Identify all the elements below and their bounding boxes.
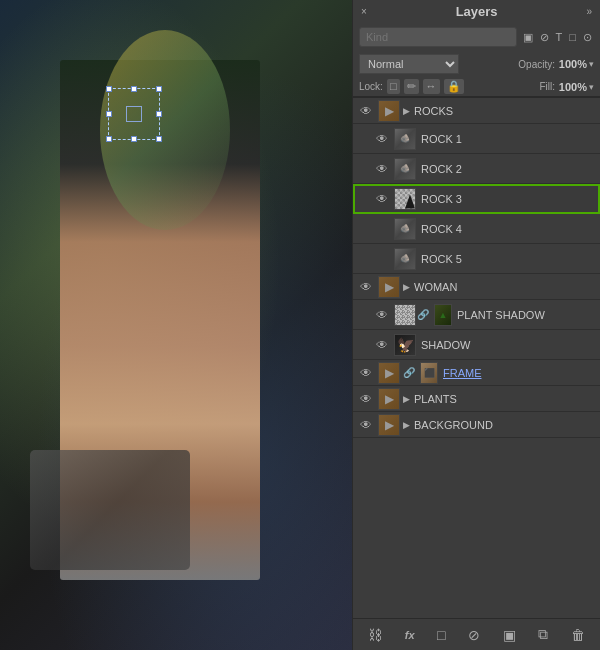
layer-name-rock2: ROCK 2 [419,163,596,175]
layer-row-frame[interactable]: 👁 ▶ 🔗 ⬛ FRAME [353,360,600,386]
visibility-woman[interactable]: 👁 [357,280,375,294]
lock-all-icon[interactable]: 🔒 [444,79,464,94]
thumb-rock1: 🪨 [394,128,416,150]
crosshair [126,106,142,122]
delete-layer-button[interactable]: 🗑 [567,625,589,645]
panel-header: × Layers » ▣ ⊘ T □ ⊙ Normal Opacity: 100… [353,0,600,98]
thumb-woman: ▶ [378,276,400,298]
panel-expand-button[interactable]: » [586,6,592,17]
layer-styles-button[interactable]: fx [401,627,419,643]
blend-mode-select[interactable]: Normal [359,54,459,74]
lock-row: Lock: □ ✏ ↔ 🔒 Fill: 100% ▾ [353,77,600,97]
lock-transparent-icon[interactable]: □ [387,79,400,94]
layer-name-rock1: ROCK 1 [419,133,596,145]
link-icon-plant-shadow: 🔗 [417,309,429,320]
thumb-frame-layer: ⬛ [420,362,438,384]
folder-arrow-background[interactable]: ▶ [403,420,410,430]
search-row: ▣ ⊘ T □ ⊙ [353,23,600,51]
thumb-frame: ▶ [378,362,400,384]
visibility-rock2[interactable]: 👁 [373,162,391,176]
layer-row-rock1[interactable]: 👁 🪨 ROCK 1 [353,124,600,154]
visibility-rock3[interactable]: 👁 [373,192,391,206]
thumb-plant-shadow [394,304,416,326]
handle-br [156,136,162,142]
layer-name-plants: PLANTS [412,393,596,405]
filter-icon-image[interactable]: ▣ [521,30,535,45]
visibility-frame[interactable]: 👁 [357,366,375,380]
add-mask-button[interactable]: □ [433,625,449,645]
layer-name-plant-shadow: PLANT SHADOW [455,309,596,321]
link-icon-frame: 🔗 [403,367,415,378]
visibility-rocks[interactable]: 👁 [357,104,375,118]
lock-position-icon[interactable]: ↔ [423,79,440,94]
folder-arrow-plants[interactable]: ▶ [403,394,410,404]
visibility-background[interactable]: 👁 [357,418,375,432]
layer-name-rock3: ROCK 3 [419,193,596,205]
fill-arrow[interactable]: ▾ [589,82,594,92]
layer-row-shadow[interactable]: 👁 🦅 SHADOW [353,330,600,360]
panel-title: Layers [367,4,587,19]
opacity-value[interactable]: 100% [557,58,587,70]
opacity-arrow[interactable]: ▾ [589,59,594,69]
layer-row-rock4[interactable]: 👁 🪨 ROCK 4 [353,214,600,244]
layers-list[interactable]: 👁 ▶ ▶ ROCKS 👁 🪨 ROCK 1 👁 🪨 ROCK 2 [353,98,600,618]
fill-group: Fill: 100% ▾ [539,81,594,93]
layers-panel: × Layers » ▣ ⊘ T □ ⊙ Normal Opacity: 100… [352,0,600,650]
lock-icons: □ ✏ ↔ 🔒 [387,79,464,94]
new-layer-button[interactable]: ⧉ [534,624,552,645]
layer-row-rocks[interactable]: 👁 ▶ ▶ ROCKS [353,98,600,124]
selection-box [108,88,160,140]
fill-value[interactable]: 100% [557,81,587,93]
handle-tm [131,86,137,92]
blend-row: Normal Opacity: 100% ▾ [353,51,600,77]
thumb-plants: ▶ [378,388,400,410]
folder-arrow-rocks[interactable]: ▶ [403,106,410,116]
filter-icon-text[interactable]: T [554,30,565,44]
layer-name-rock4: ROCK 4 [419,223,596,235]
handle-tr [156,86,162,92]
thumb-plant-shadow-layer: ▲ [434,304,452,326]
rock3-silhouette [405,195,415,209]
layer-row-rock3[interactable]: 👁 ROCK 3 [353,184,600,214]
search-input[interactable] [359,27,517,47]
fill-label: Fill: [539,81,555,92]
thumb-rock4: 🪨 [394,218,416,240]
folder-arrow-woman[interactable]: ▶ [403,282,410,292]
filter-icon-adjust[interactable]: ⊘ [538,30,551,45]
visibility-plants[interactable]: 👁 [357,392,375,406]
filter-icon-smart[interactable]: ⊙ [581,30,594,45]
filter-icon-shape[interactable]: □ [567,30,578,44]
layer-name-shadow: SHADOW [419,339,596,351]
rock-layer [30,450,190,570]
layer-row-plants[interactable]: 👁 ▶ ▶ PLANTS [353,386,600,412]
canvas-background [0,0,352,650]
thumb-shadow: 🦅 [394,334,416,356]
layer-row-rock5[interactable]: 👁 🪨 ROCK 5 [353,244,600,274]
layer-name-frame: FRAME [441,367,596,379]
thumb-rock3 [394,188,416,210]
thumb-rock2: 🪨 [394,158,416,180]
panel-titlebar: × Layers » [353,0,600,23]
adjustment-button[interactable]: ⊘ [464,625,484,645]
layer-row-woman[interactable]: 👁 ▶ ▶ WOMAN [353,274,600,300]
search-icons: ▣ ⊘ T □ ⊙ [521,30,594,45]
visibility-plant-shadow[interactable]: 👁 [373,308,391,322]
layer-name-woman: WOMAN [412,281,596,293]
layer-row-rock2[interactable]: 👁 🪨 ROCK 2 [353,154,600,184]
visibility-shadow[interactable]: 👁 [373,338,391,352]
visibility-rock1[interactable]: 👁 [373,132,391,146]
thumb-rock5: 🪨 [394,248,416,270]
layer-row-plant-shadow[interactable]: 👁 🔗 ▲ PLANT SHADOW [353,300,600,330]
new-group-button[interactable]: ▣ [499,625,520,645]
layer-name-rock5: ROCK 5 [419,253,596,265]
thumb-rocks: ▶ [378,100,400,122]
handle-ml [106,111,112,117]
lock-pixels-icon[interactable]: ✏ [404,79,419,94]
opacity-group: Opacity: 100% ▾ [518,58,594,70]
handle-mr [156,111,162,117]
opacity-label: Opacity: [518,59,555,70]
handle-tl [106,86,112,92]
layer-name-rocks: ROCKS [412,105,596,117]
layer-row-background[interactable]: 👁 ▶ ▶ BACKGROUND [353,412,600,438]
link-layers-button[interactable]: ⛓ [364,625,386,645]
